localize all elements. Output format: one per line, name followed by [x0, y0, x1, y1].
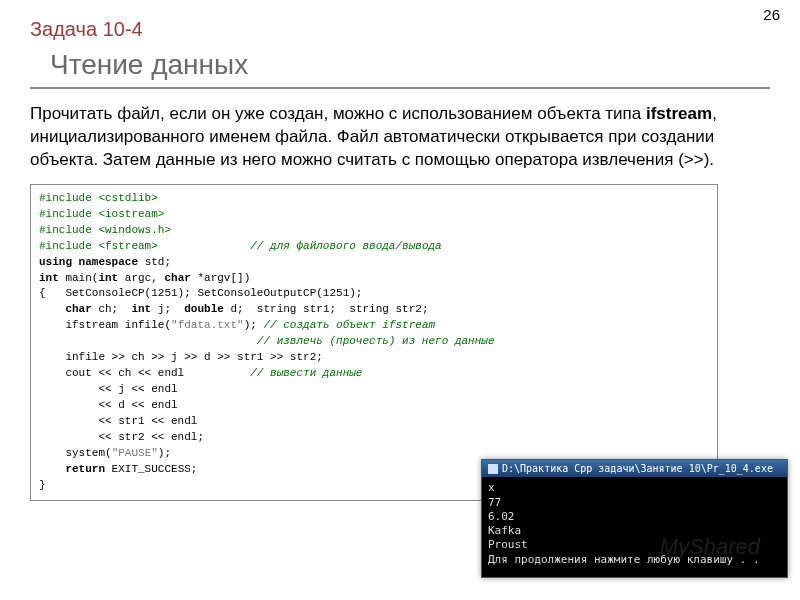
slide-title: Чтение данных	[50, 49, 770, 81]
console-output: x 77 6.02 Kafka Proust Для продолжения н…	[482, 477, 787, 577]
body-paragraph: Прочитать файл, если он уже создан, можн…	[30, 103, 770, 172]
console-titlebar: D:\Практика Cpp задачи\Занятие 10\Pr_10_…	[482, 460, 787, 477]
task-label: Задача 10-4	[30, 18, 770, 41]
console-title-text: D:\Практика Cpp задачи\Занятие 10\Pr_10_…	[502, 463, 773, 474]
code-listing: #include <cstdlib> #include <iostream> #…	[30, 184, 718, 501]
console-app-icon	[488, 464, 498, 474]
console-window: D:\Практика Cpp задачи\Занятие 10\Pr_10_…	[481, 459, 788, 578]
page-number: 26	[763, 6, 780, 23]
slide-root: 26 Задача 10-4 Чтение данных Прочитать ф…	[0, 0, 800, 600]
title-underline	[30, 87, 770, 89]
